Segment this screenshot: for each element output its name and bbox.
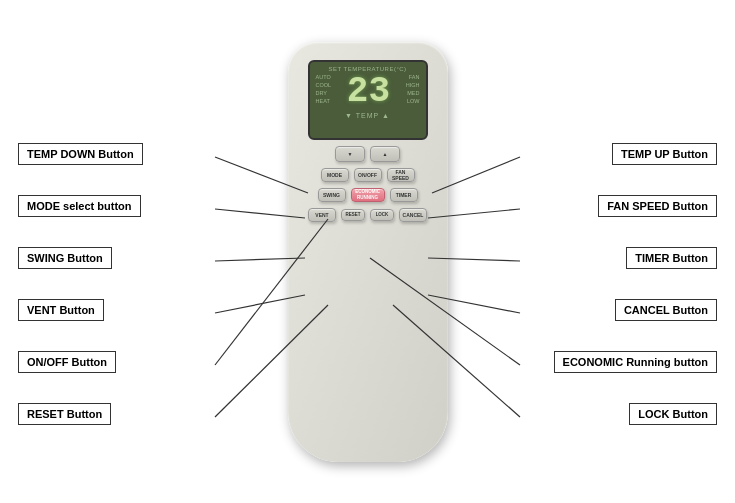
med-label: MED (407, 90, 419, 97)
heat-label: HEAT (316, 98, 332, 105)
cool-label: COOL (316, 82, 332, 89)
temp-down-label: TEMP DOWN Button (18, 143, 143, 165)
temp-up-label: TEMP UP Button (612, 143, 717, 165)
cancel-button[interactable]: CANCEL (399, 208, 427, 222)
vent-label: VENT Button (18, 299, 104, 321)
mode-onoff-fan-row: MODE ON/OFF FANSPEED (298, 168, 438, 182)
vent-button[interactable]: VENT (308, 208, 336, 222)
swing-button[interactable]: SWING (318, 188, 346, 202)
temp-control-label: ▼ TEMP ▲ (345, 112, 390, 119)
temp-up-button[interactable]: ▲ (370, 146, 400, 162)
mode-labels: AUTO COOL DRY HEAT (316, 74, 332, 106)
temp-buttons-row: ▼ ▲ (298, 146, 438, 162)
onoff-button[interactable]: ON/OFF (354, 168, 382, 182)
timer-button[interactable]: TIMER (390, 188, 418, 202)
reset-label: RESET Button (18, 403, 111, 425)
lcd-display: SET TEMPERATURE(°C) AUTO COOL DRY HEAT 2… (308, 60, 428, 140)
fan-label: FAN (409, 74, 420, 81)
auto-label: AUTO (316, 74, 332, 81)
fan-labels: FAN HIGH MED LOW (406, 74, 420, 106)
remote-control: SET TEMPERATURE(°C) AUTO COOL DRY HEAT 2… (288, 42, 448, 462)
swing-label: SWING Button (18, 247, 112, 269)
fan-speed-label: FAN SPEED Button (598, 195, 717, 217)
lock-label: LOCK Button (629, 403, 717, 425)
fan-speed-button[interactable]: FANSPEED (387, 168, 415, 182)
dry-label: DRY (316, 90, 332, 97)
temp-down-button[interactable]: ▼ (335, 146, 365, 162)
high-label: HIGH (406, 82, 420, 89)
onoff-label: ON/OFF Button (18, 351, 116, 373)
reset-button[interactable]: RESET (341, 209, 365, 221)
economic-button[interactable]: ECONOMICRUNNING (351, 188, 385, 202)
swing-economic-timer-row: SWING ECONOMICRUNNING TIMER (298, 188, 438, 202)
lock-button[interactable]: LOCK (370, 209, 394, 221)
low-label: LOW (407, 98, 420, 105)
timer-label: TIMER Button (626, 247, 717, 269)
mode-button[interactable]: MODE (321, 168, 349, 182)
economic-label: ECONOMIC Running button (554, 351, 717, 373)
vent-reset-lock-cancel-row: VENT RESET LOCK CANCEL (298, 208, 438, 222)
temp-display: 23 (347, 74, 390, 110)
mode-select-label: MODE select button (18, 195, 141, 217)
cancel-label: CANCEL Button (615, 299, 717, 321)
